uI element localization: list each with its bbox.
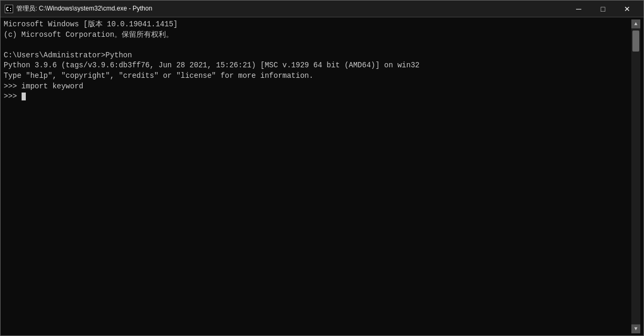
scroll-down-button[interactable]: ▼ <box>631 324 640 333</box>
svg-text:C:\: C:\ <box>6 6 13 12</box>
console-line-5: Python 3.9.6 (tags/v3.9.6:db3ff76, Jun 2… <box>4 60 631 71</box>
title-bar: C:\ 管理员: C:\Windows\system32\cmd.exe - P… <box>1 1 643 17</box>
console-line-2: (c) Microsoft Corporation。保留所有权利。 <box>4 30 631 40</box>
window-title: 管理员: C:\Windows\system32\cmd.exe - Pytho… <box>16 4 152 13</box>
console-line-6: Type "help", "copyright", "credits" or "… <box>4 71 631 82</box>
console-line-1: Microsoft Windows [版本 10.0.19041.1415] <box>4 19 631 30</box>
console-prompt: >>> <box>4 91 22 102</box>
cmd-icon: C:\ <box>5 5 13 13</box>
console-content: Microsoft Windows [版本 10.0.19041.1415] (… <box>4 19 631 333</box>
scrollbar[interactable]: ▲ ▼ <box>631 19 640 333</box>
close-button[interactable]: ✕ <box>615 1 639 17</box>
console-area[interactable]: Microsoft Windows [版本 10.0.19041.1415] (… <box>1 17 643 335</box>
console-line-3 <box>4 40 631 50</box>
scrollbar-track[interactable] <box>631 28 640 324</box>
title-bar-left: C:\ 管理员: C:\Windows\system32\cmd.exe - P… <box>5 4 152 13</box>
console-line-7: >>> import keyword <box>4 82 631 92</box>
console-prompt-line: >>> <box>4 91 631 102</box>
console-line-4: C:\Users\Administrator>Python <box>4 50 631 61</box>
maximize-button[interactable]: □ <box>591 1 615 17</box>
scrollbar-thumb[interactable] <box>632 30 639 52</box>
minimize-button[interactable]: ─ <box>567 1 591 17</box>
cmd-app-icon: C:\ <box>5 5 13 13</box>
title-bar-controls: ─ □ ✕ <box>567 1 639 17</box>
cmd-window: C:\ 管理员: C:\Windows\system32\cmd.exe - P… <box>0 0 644 336</box>
scroll-up-button[interactable]: ▲ <box>631 19 640 28</box>
cursor <box>22 93 26 100</box>
